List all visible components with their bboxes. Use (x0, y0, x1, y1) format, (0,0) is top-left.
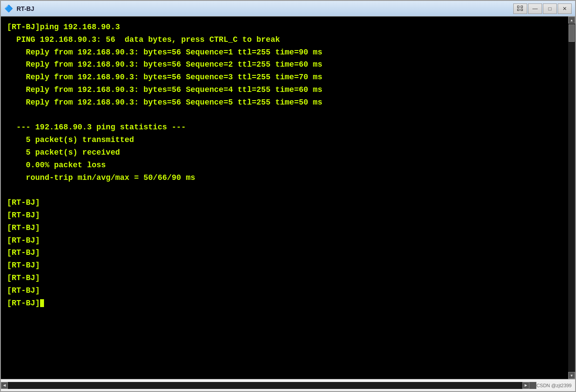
terminal-output[interactable]: [RT-BJ]ping 192.168.90.3 PING 192.168.90… (1, 17, 568, 379)
terminal-cursor (40, 299, 44, 307)
scrollbar-corner (529, 382, 536, 389)
scroll-track-v[interactable] (568, 24, 575, 372)
scroll-left-arrow[interactable]: ◀ (1, 382, 8, 389)
close-button[interactable]: ✕ (558, 3, 572, 14)
terminal-area: [RT-BJ]ping 192.168.90.3 PING 192.168.90… (1, 17, 575, 391)
vertical-scrollbar[interactable]: ▲ ▼ (568, 17, 575, 379)
bottom-bar: ◀ ▶ CSDN @zjt2399 (1, 379, 575, 391)
title-bar-left: 🔷 RT-BJ (4, 4, 34, 13)
restore-button[interactable] (513, 3, 527, 14)
horizontal-scrollbar[interactable]: ◀ ▶ (1, 382, 529, 389)
scroll-thumb-v[interactable] (569, 24, 575, 42)
minimize-button[interactable]: — (528, 3, 542, 14)
maximize-button[interactable]: □ (543, 3, 557, 14)
main-window: 🔷 RT-BJ — □ ✕ [RT-BJ]ping 192.168.90.3 P… (0, 0, 576, 392)
restore-icon (517, 6, 523, 12)
title-bar: 🔷 RT-BJ — □ ✕ (1, 1, 575, 17)
watermark: CSDN @zjt2399 (536, 383, 575, 388)
scroll-down-arrow[interactable]: ▼ (568, 372, 575, 379)
terminal-content: [RT-BJ]ping 192.168.90.3 PING 192.168.90… (1, 17, 575, 379)
scroll-up-arrow[interactable]: ▲ (568, 17, 575, 24)
window-controls: — □ ✕ (513, 3, 572, 14)
scroll-right-arrow[interactable]: ▶ (522, 382, 529, 389)
window-title: RT-BJ (17, 5, 34, 12)
app-icon: 🔷 (4, 4, 13, 13)
scroll-track-h[interactable] (8, 382, 522, 389)
